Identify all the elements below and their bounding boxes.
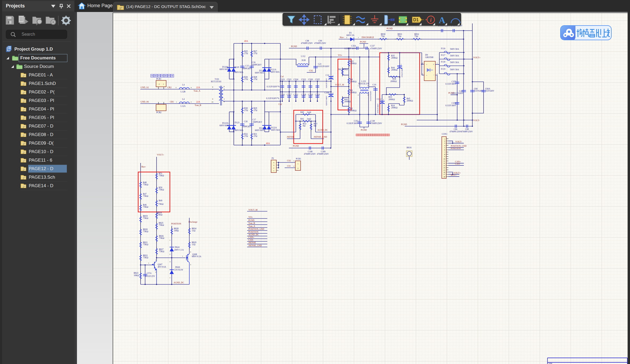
svg-text:POSITION: POSITION [248,231,258,233]
svg-text:HOT+: HOT+ [451,174,457,176]
svg-text:JSENSE_GND: JSENSE_GND [248,244,262,247]
svg-text:3: 3 [444,142,445,144]
svg-text:7: 7 [444,151,445,153]
svg-text:~: ~ [426,74,427,77]
svg-text:1: 1 [170,239,170,241]
svg-text:L12B: L12B [181,91,185,93]
svg-text:PGND: PGND [387,27,392,30]
svg-text:500V/30A: 500V/30A [450,61,459,64]
svg-text:1mΩ: 1mΩ [307,111,311,113]
svg-text:10KΩ: 10KΩ [134,274,139,277]
svg-text:27Ω: 27Ω [244,135,248,137]
svg-text:6: 6 [224,85,225,87]
svg-text:C929: C929 [315,93,320,96]
svg-text:CS2: CS2 [309,69,313,72]
svg-text:AGND_DC: AGND_DC [174,281,184,284]
svg-text:75KΩ: 75KΩ [158,203,163,205]
svg-text:C18: C18 [244,120,247,123]
svg-text:Q307: Q307 [158,263,162,266]
svg-text:1: 1 [437,62,437,64]
svg-text:VOUT_M: VOUT_M [335,84,344,86]
svg-text:4700PF/250V: 4700PF/250V [449,130,461,133]
svg-text:100PF2KV: 100PF2KV [242,67,252,70]
svg-text:C931: C931 [293,93,298,96]
svg-text:100PF2KV: 100PF2KV [242,125,252,128]
svg-text:3UH: 3UH [301,59,306,62]
svg-text:1: 1 [182,255,183,257]
svg-text:1: 1 [176,101,177,103]
svg-text:4700PF/250V: 4700PF/250V [370,47,382,50]
svg-text:900V/9.5A: 900V/9.5A [192,255,201,258]
svg-text:F118: F118 [441,61,445,63]
svg-text:AGND_DC: AGND_DC [317,129,328,131]
svg-text:0.1UF/300V: 0.1UF/300V [445,104,456,107]
svg-text:-: - [433,74,434,76]
svg-text:2: 2 [190,251,191,253]
svg-text:Discharge: Discharge [189,221,197,223]
svg-text:27Ω: 27Ω [244,78,248,80]
svg-text:PGND: PGND [248,219,254,222]
svg-text:D120: D120 [234,66,239,68]
svg-text:C137: C137 [370,45,375,47]
svg-text:C19: C19 [373,84,376,86]
svg-text:C17: C17 [252,118,256,121]
svg-text:600V/60A: 600V/60A [255,72,264,74]
svg-text:75KΩ: 75KΩ [159,237,164,239]
svg-text:C86: C86 [454,128,457,130]
svg-text:75Ω: 75Ω [414,35,418,38]
svg-text:2: 2 [191,101,192,103]
svg-text:PGND: PGND [361,129,367,131]
svg-text:11Ω: 11Ω [192,243,195,246]
svg-text:Hot+: Hot+ [340,36,344,39]
svg-text:VO+: VO+ [248,216,253,218]
svg-text:0.1UF/25V: 0.1UF/25V [145,275,155,277]
svg-text:75KΩ: 75KΩ [143,206,148,208]
svg-text:2: 2 [170,253,171,255]
svg-text:C14: C14 [326,74,329,76]
svg-text:D624: D624 [175,246,179,248]
svg-text:F116: F116 [441,47,445,50]
svg-text:7: 7 [212,89,213,91]
svg-text:600V/60A: 600V/60A [271,71,280,73]
svg-text:i: i [430,17,432,23]
svg-text:15: 15 [443,169,445,171]
svg-text:D122A: D122A [271,126,277,129]
svg-text:16: 16 [443,171,445,173]
svg-text:0Ω: 0Ω [314,125,316,127]
svg-text:D120A: D120A [222,66,228,68]
svg-text:1: 1 [163,83,164,85]
svg-text:0.33UF/300V: 0.33UF/300V [345,47,356,50]
svg-text:C99: C99 [318,40,322,42]
svg-text:~: ~ [426,63,427,66]
svg-text:R41: R41 [300,118,304,120]
svg-text:200KΩ: 200KΩ [350,80,357,83]
svg-text:+: + [383,98,384,101]
svg-text:0.01UF/630V: 0.01UF/630V [370,91,372,101]
svg-text:1mΩ: 1mΩ [307,118,311,120]
svg-text:18: 18 [443,176,445,178]
svg-text:4700PF/250V: 4700PF/250V [301,42,313,44]
svg-text:C138: C138 [370,120,375,122]
svg-text:L4: L4 [182,84,185,86]
svg-text:C189: C189 [321,150,325,153]
svg-text:D1: D1 [413,18,419,22]
svg-text:C16: C16 [252,61,255,64]
svg-text:3: 3 [155,259,156,261]
svg-text:VOUT-: VOUT- [473,119,480,122]
svg-text:2: 2 [293,165,294,167]
svg-text:10: 10 [211,101,213,103]
svg-text:600V/60A: 600V/60A [219,68,228,71]
svg-text:1: 1 [358,85,359,87]
svg-text:200KΩ: 200KΩ [407,100,413,102]
svg-text:11Ω: 11Ω [192,230,195,232]
svg-text:L112: L112 [301,55,305,58]
svg-text:4: 4 [444,145,445,146]
svg-text:4700PF/250V: 4700PF/250V [461,130,473,133]
svg-text:R33: R33 [388,96,392,98]
svg-text:VOUT-: VOUT- [455,141,462,143]
svg-text:75KΩ: 75KΩ [143,243,148,246]
svg-text:6: 6 [444,149,445,151]
svg-text:9: 9 [212,98,213,100]
svg-text:75Ω: 75Ω [398,35,401,38]
svg-text:C921: C921 [287,78,291,81]
